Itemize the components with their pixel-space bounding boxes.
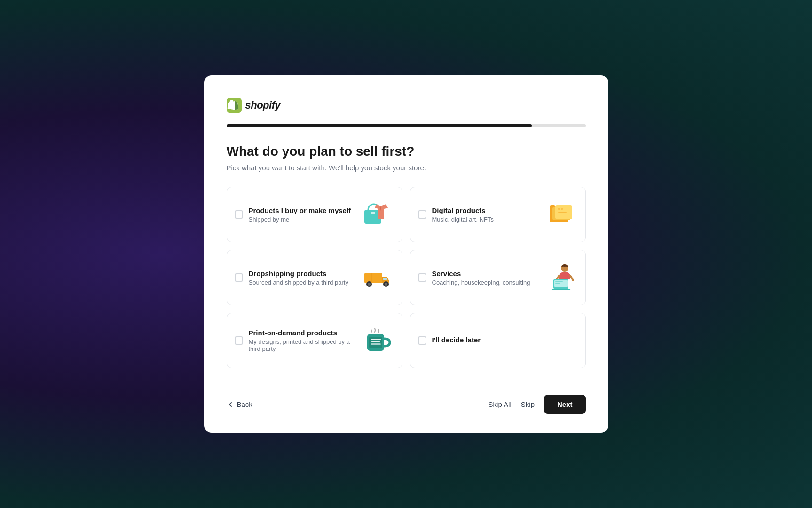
checkbox-physical[interactable] xyxy=(235,210,243,219)
illustration-truck xyxy=(363,262,393,293)
option-subtitle-services: Coaching, housekeeping, consulting xyxy=(432,279,540,286)
svg-rect-7 xyxy=(561,208,563,210)
illustration-folders xyxy=(546,199,576,230)
footer: Back Skip All Skip Next xyxy=(227,387,586,414)
back-chevron-icon xyxy=(227,401,234,408)
checkbox-digital[interactable] xyxy=(418,210,426,219)
page-title: What do you plan to sell first? xyxy=(227,144,586,159)
option-title-digital: Digital products xyxy=(432,206,540,214)
option-title-services: Services xyxy=(432,270,540,278)
option-subtitle-digital: Music, digital art, NFTs xyxy=(432,216,540,223)
svg-rect-27 xyxy=(371,341,380,342)
svg-rect-11 xyxy=(383,278,387,280)
svg-rect-21 xyxy=(552,289,570,290)
page-subtitle: Pick what you want to start with. We'll … xyxy=(227,164,586,172)
illustration-bag-shirt xyxy=(363,199,393,230)
option-subtitle-physical: Shipped by me xyxy=(249,216,357,223)
checkbox-print[interactable] xyxy=(235,336,243,345)
svg-point-15 xyxy=(385,283,387,286)
checkbox-services[interactable] xyxy=(418,273,426,282)
option-card-services[interactable]: Services Coaching, housekeeping, consult… xyxy=(410,250,586,305)
illustration-person-laptop xyxy=(546,262,576,293)
option-title-physical: Products I buy or make myself xyxy=(249,206,357,214)
main-modal: shopify What do you plan to sell first? … xyxy=(204,75,608,433)
checkbox-decide-later[interactable] xyxy=(418,336,426,345)
option-card-dropshipping[interactable]: Dropshipping products Sourced and shippe… xyxy=(227,250,402,305)
option-title-print: Print-on-demand products xyxy=(249,329,357,337)
options-grid: Products I buy or make myself Shipped by… xyxy=(227,187,586,368)
svg-point-13 xyxy=(368,283,371,286)
shopify-wordmark: shopify xyxy=(245,99,281,111)
option-title-decide-later: I'll decide later xyxy=(432,336,576,344)
progress-bar-container xyxy=(227,124,586,127)
svg-rect-8 xyxy=(558,212,567,213)
option-card-physical[interactable]: Products I buy or make myself Shipped by… xyxy=(227,187,402,242)
svg-rect-23 xyxy=(555,283,560,284)
svg-rect-6 xyxy=(558,208,560,210)
checkbox-dropshipping[interactable] xyxy=(235,273,243,282)
option-card-print[interactable]: Print-on-demand products My designs, pri… xyxy=(227,313,402,368)
option-subtitle-dropshipping: Sourced and shipped by a third party xyxy=(249,279,357,286)
progress-bar-fill xyxy=(227,124,532,127)
svg-rect-9 xyxy=(558,214,564,214)
option-title-dropshipping: Dropshipping products xyxy=(249,270,357,278)
back-button[interactable]: Back xyxy=(227,400,252,408)
option-card-decide-later[interactable]: I'll decide later xyxy=(410,313,586,368)
svg-rect-2 xyxy=(371,212,375,214)
svg-rect-22 xyxy=(555,281,563,282)
next-button[interactable]: Next xyxy=(544,395,586,414)
svg-rect-26 xyxy=(371,339,381,340)
skip-button[interactable]: Skip xyxy=(521,400,535,408)
logo-area: shopify xyxy=(227,98,586,113)
svg-rect-28 xyxy=(371,343,381,345)
shopify-logo-icon xyxy=(227,98,242,113)
illustration-mug xyxy=(363,325,393,356)
skip-all-button[interactable]: Skip All xyxy=(489,400,512,408)
option-subtitle-print: My designs, printed and shipped by a thi… xyxy=(249,338,357,352)
option-card-digital[interactable]: Digital products Music, digital art, NFT… xyxy=(410,187,586,242)
